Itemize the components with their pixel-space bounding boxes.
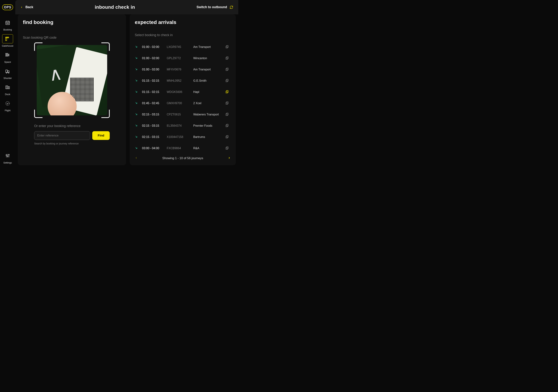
chevron-left-icon [135, 156, 138, 159]
expected-arrivals-panel: expected arrivals Select booking to chec… [130, 14, 236, 165]
nav-list: BookingGatehouseSpaceShunterDockFlight [1, 18, 14, 112]
inbound-arrow-icon [135, 146, 139, 150]
clipboard-icon[interactable] [225, 90, 231, 94]
arrival-time: 02:15 - 03:15 [142, 124, 164, 128]
inbound-arrow-icon [135, 79, 139, 83]
svg-point-15 [6, 72, 7, 73]
dock-icon [2, 83, 13, 92]
find-booking-heading: find booking [23, 19, 121, 25]
arrival-reference: CPZT0615 [167, 113, 190, 116]
reference-label: Or enter your booking reference [34, 124, 110, 128]
svg-rect-14 [8, 71, 9, 72]
svg-rect-32 [226, 57, 227, 60]
svg-rect-50 [226, 125, 227, 127]
arrival-row[interactable]: 01:00 - 02:00GPLZ9772Wincanton [135, 53, 231, 64]
main: Back inbound check in Switch to outbound… [15, 0, 238, 168]
arrival-row[interactable]: 02:15 - 03:15CPZT0615Waberers Transport [135, 109, 231, 120]
pager-prev-button[interactable] [135, 156, 138, 160]
sidebar: OPS BookingGatehouseSpaceShunterDockFlig… [0, 0, 15, 168]
arrival-time: 02:15 - 03:15 [142, 113, 164, 116]
arrival-row[interactable]: 01:45 - 02:45GMXH97002 Xcel [135, 98, 231, 109]
svg-rect-55 [227, 147, 228, 149]
arrival-company: Waberers Transport [193, 113, 222, 116]
clipboard-icon[interactable] [225, 112, 231, 117]
clipboard-icon[interactable] [225, 146, 231, 150]
arrival-time: 01:00 - 02:00 [142, 57, 164, 60]
svg-rect-46 [227, 113, 228, 115]
shunter-icon [2, 67, 13, 76]
sidebar-item-flight[interactable]: Flight [1, 99, 14, 112]
svg-rect-29 [226, 46, 227, 48]
svg-point-4 [7, 23, 7, 23]
svg-line-42 [136, 102, 137, 104]
pager-next-button[interactable] [228, 156, 231, 160]
topbar: Back inbound check in Switch to outbound [15, 0, 238, 14]
arrival-row[interactable]: 01:00 - 02:00LXGR9745Am Transport [135, 41, 231, 53]
back-label: Back [26, 5, 33, 9]
arrival-row[interactable]: 01:00 - 02:00MFXV0676Am Transport [135, 64, 231, 75]
arrivals-list: 01:00 - 02:00LXGR9745Am Transport01:00 -… [135, 41, 231, 154]
sidebar-item-shunter[interactable]: Shunter [1, 67, 14, 79]
arrival-company: Am Transport [193, 45, 222, 49]
inbound-arrow-icon [135, 68, 139, 71]
inbound-arrow-icon [135, 56, 139, 60]
svg-line-45 [136, 113, 137, 115]
svg-line-36 [136, 80, 137, 81]
svg-point-5 [8, 23, 8, 23]
svg-rect-31 [227, 57, 228, 59]
arrival-time: 02:15 - 03:15 [142, 135, 164, 139]
sidebar-item-gatehouse[interactable]: Gatehouse [1, 34, 14, 47]
sidebar-item-settings[interactable]: Settings [1, 151, 14, 164]
svg-line-48 [136, 125, 137, 126]
svg-rect-13 [6, 70, 8, 72]
back-button[interactable]: Back [20, 5, 33, 9]
arrival-company: R&A [193, 147, 222, 150]
clipboard-icon[interactable] [225, 124, 231, 128]
pager: Showing 1 - 10 of 56 journeys [135, 156, 231, 160]
clipboard-icon[interactable] [225, 67, 231, 72]
arrival-company: Premier Foods [193, 124, 222, 128]
arrival-time: 01:00 - 02:00 [142, 68, 164, 71]
reference-input[interactable] [34, 131, 90, 140]
svg-rect-28 [227, 45, 228, 48]
arrival-row[interactable]: 03:00 - 04:00FXCB9864R&A [135, 143, 231, 154]
svg-rect-44 [226, 102, 227, 104]
arrival-row[interactable]: 02:15 - 03:15EL3564374Premier Foods [135, 120, 231, 131]
sidebar-item-dock[interactable]: Dock [1, 83, 14, 96]
svg-rect-41 [226, 91, 227, 93]
arrival-time: 01:15 - 02:15 [142, 90, 164, 94]
clipboard-icon[interactable] [225, 101, 231, 105]
sidebar-item-space[interactable]: Space [1, 51, 14, 63]
qr-scan-frame[interactable] [34, 43, 110, 118]
scan-label: Scan booking QR code [23, 36, 121, 40]
inbound-arrow-icon [135, 102, 139, 105]
qr-camera-preview [37, 45, 107, 115]
find-booking-panel: find booking Scan booking QR code [18, 14, 126, 165]
clipboard-icon[interactable] [225, 135, 231, 139]
sidebar-item-label: Booking [3, 28, 12, 31]
svg-point-6 [8, 23, 9, 23]
svg-point-11 [8, 54, 9, 55]
arrival-time: 01:45 - 02:45 [142, 102, 164, 105]
svg-point-26 [9, 154, 9, 155]
svg-line-51 [136, 136, 137, 137]
find-button[interactable]: Find [92, 131, 110, 140]
pager-text: Showing 1 - 10 of 56 journeys [138, 156, 228, 160]
reference-hint: Search by booking or journey reference [34, 142, 110, 145]
clipboard-icon[interactable] [225, 79, 231, 83]
arrival-reference: EL3564374 [167, 124, 190, 128]
sidebar-item-booking[interactable]: Booking [1, 18, 14, 31]
arrival-row[interactable]: 01:15 - 02:15MNHL0952G.E.Smith [135, 75, 231, 86]
clipboard-icon[interactable] [225, 56, 231, 60]
inbound-arrow-icon [135, 124, 139, 128]
arrival-row[interactable]: 01:15 - 02:15WDGK5606Hapl [135, 86, 231, 98]
arrival-company: Bartrums [193, 135, 222, 139]
switch-direction-button[interactable]: Switch to outbound [197, 5, 233, 9]
arrival-row[interactable]: 02:15 - 03:15X100447158Bartrums [135, 131, 231, 143]
arrival-company: 2 Xcel [193, 102, 222, 105]
clipboard-icon[interactable] [225, 45, 231, 49]
svg-rect-40 [227, 90, 228, 93]
sidebar-item-label: Shunter [3, 77, 12, 79]
svg-rect-0 [6, 21, 10, 25]
arrival-reference: LXGR9745 [167, 45, 190, 49]
